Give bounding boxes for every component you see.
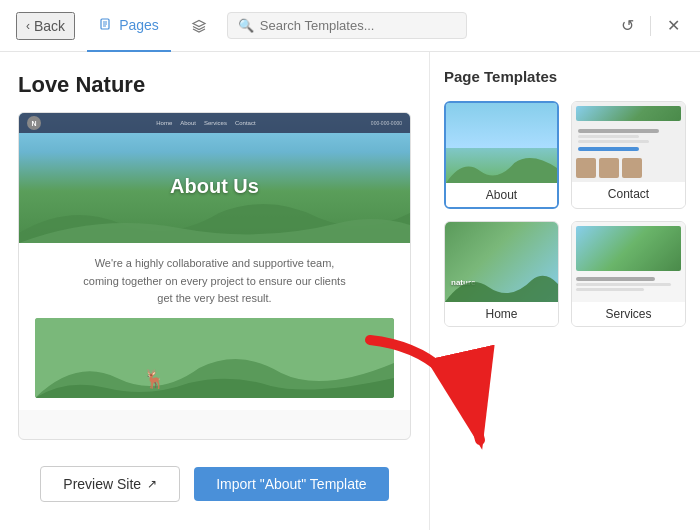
- back-label: Back: [34, 18, 65, 34]
- back-button[interactable]: ‹ Back: [16, 12, 75, 40]
- external-link-icon: ↗: [147, 477, 157, 491]
- pages-icon: [99, 18, 113, 32]
- preview-animal-icon: 🦌: [143, 368, 165, 390]
- preview-heading: About Us: [170, 175, 259, 198]
- contact-img: [576, 106, 681, 121]
- preview-nav-links: Home About Services Contact: [49, 120, 363, 126]
- divider: [650, 16, 651, 36]
- template-services-thumb: [572, 222, 685, 302]
- topbar-right: ↺ ✕: [617, 12, 684, 39]
- template-contact-label: Contact: [572, 182, 685, 206]
- template-about-thumb: [446, 103, 557, 183]
- topbar: ‹ Back Pages 🔍 ↺ ✕: [0, 0, 700, 52]
- search-icon: 🔍: [238, 18, 254, 33]
- mountain-svg: [35, 318, 394, 398]
- close-button[interactable]: ✕: [663, 12, 684, 39]
- nav-services: Services: [204, 120, 227, 126]
- contact-persons: [576, 158, 681, 178]
- main-content: Love Nature N Home About Services Contac…: [0, 52, 700, 530]
- tab-pages-label: Pages: [119, 17, 159, 33]
- footer-buttons: Preview Site ↗ Import "About" Template: [18, 454, 411, 510]
- template-home-thumb: nature: [445, 222, 558, 302]
- template-about[interactable]: About: [444, 101, 559, 209]
- nav-contact: Contact: [235, 120, 256, 126]
- tab-layers[interactable]: [179, 0, 219, 52]
- preview-image-strip: 🦌: [35, 318, 394, 398]
- preview-logo: N: [27, 116, 41, 130]
- tab-pages[interactable]: Pages: [87, 0, 171, 52]
- nav-home: Home: [156, 120, 172, 126]
- services-img: [576, 226, 681, 271]
- person2: [599, 158, 619, 178]
- import-label: Import "About" Template: [216, 476, 367, 492]
- about-sky: [446, 103, 557, 148]
- contact-bar3: [578, 140, 649, 143]
- import-template-button[interactable]: Import "About" Template: [194, 467, 389, 501]
- preview-site-label: Preview Site: [63, 476, 141, 492]
- home-mountain-svg: [445, 252, 558, 302]
- contact-bar1: [578, 129, 659, 133]
- services-rows: [576, 277, 681, 291]
- panel-title: Page Templates: [444, 68, 686, 85]
- preview-hero: N Home About Services Contact 000-000-00…: [19, 113, 410, 243]
- svc-bar2: [576, 283, 671, 286]
- search-input[interactable]: [260, 18, 456, 33]
- preview-card: N Home About Services Contact 000-000-00…: [18, 112, 411, 440]
- left-panel: Love Nature N Home About Services Contac…: [0, 52, 430, 530]
- nav-about: About: [180, 120, 196, 126]
- template-contact-thumb: [572, 102, 685, 182]
- template-about-label: About: [446, 183, 557, 207]
- contact-bar4: [578, 147, 639, 151]
- hills-decoration: [19, 193, 411, 243]
- templates-grid: About: [444, 101, 686, 327]
- preview-body-text: We're a highly collaborative and support…: [35, 255, 394, 308]
- about-mountain-svg: [446, 143, 557, 183]
- refresh-button[interactable]: ↺: [617, 12, 638, 39]
- preview-site-button[interactable]: Preview Site ↗: [40, 466, 180, 502]
- preview-phone: 000-000-0000: [371, 120, 402, 126]
- preview-nav: N Home About Services Contact 000-000-00…: [19, 113, 410, 133]
- template-services-label: Services: [572, 302, 685, 326]
- template-home[interactable]: nature Home: [444, 221, 559, 327]
- person3: [622, 158, 642, 178]
- svc-bar3: [576, 288, 644, 291]
- contact-bar2: [578, 135, 639, 138]
- search-box[interactable]: 🔍: [227, 12, 467, 39]
- layers-icon: [191, 18, 207, 34]
- person1: [576, 158, 596, 178]
- back-chevron-icon: ‹: [26, 19, 30, 33]
- template-home-label: Home: [445, 302, 558, 326]
- template-contact[interactable]: Contact: [571, 101, 686, 209]
- svc-bar1: [576, 277, 655, 281]
- right-panel: Page Templates About: [430, 52, 700, 530]
- site-title: Love Nature: [18, 72, 411, 98]
- preview-body: We're a highly collaborative and support…: [19, 243, 410, 410]
- template-services[interactable]: Services: [571, 221, 686, 327]
